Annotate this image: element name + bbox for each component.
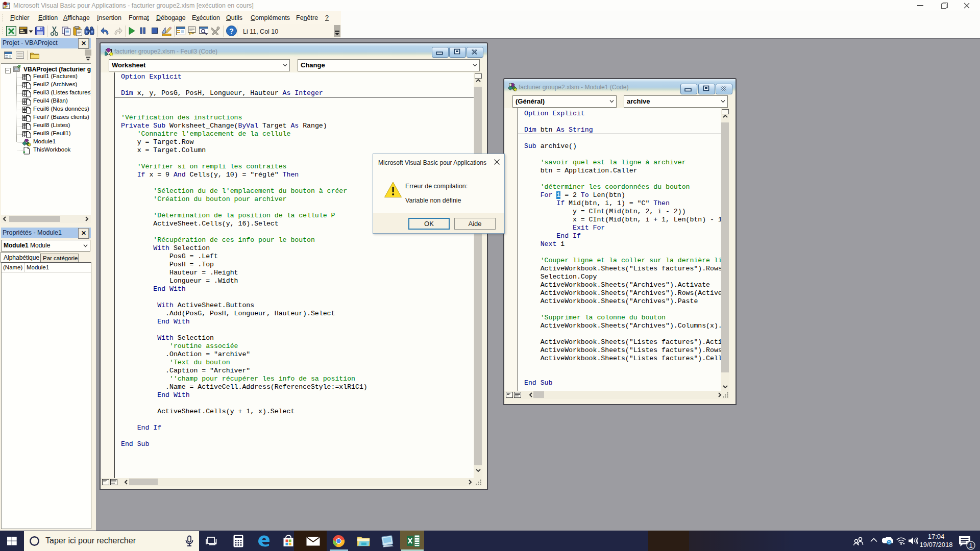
svg-text:?: ? xyxy=(229,27,234,35)
svg-text:1: 1 xyxy=(969,542,972,549)
